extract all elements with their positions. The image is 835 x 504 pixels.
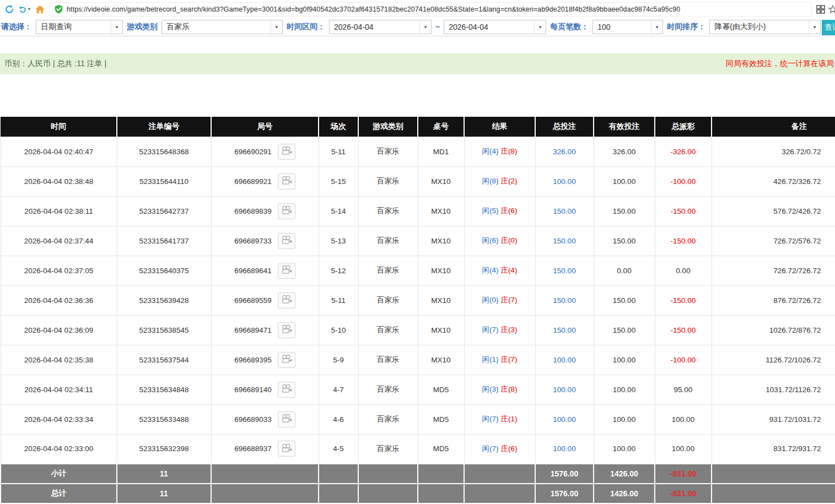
game-category-select[interactable]: 百家乐▼ (161, 20, 283, 34)
cell-payout: -326.00 (655, 137, 712, 166)
cell-total-bet: 100.00 (535, 375, 594, 404)
cell-valid-bet: 100.00 (594, 345, 655, 375)
summary-info-bar: 币别：人民币 | 总共 :11 注单 | 同局有效投注，统一计算在该局 (0, 53, 835, 74)
cell-session: 4-5 (319, 434, 358, 464)
cell-session: 4-6 (319, 404, 358, 434)
subtotal-label: 小计 (1, 464, 117, 484)
cell-valid-bet: 150.00 (594, 226, 655, 256)
page-size-select[interactable]: 100▼ (592, 20, 663, 34)
col-header-total-bet: 总投注 (535, 117, 594, 137)
cell-remark: 831.72/931.72 (712, 434, 835, 464)
cell-result: 闲(0) 庄(7) (464, 285, 535, 315)
cell-bet-id: 523315637544 (117, 345, 211, 375)
subtotal-count: 11 (117, 464, 211, 484)
cell-round: 696689921 (211, 166, 319, 196)
cell-time: 2026-04-04 02:34:11 (1, 375, 117, 404)
date-from-select[interactable]: 2026-04-04▼ (329, 20, 432, 34)
date-to-select[interactable]: 2026-04-04▼ (444, 20, 546, 34)
filter-toolbar: 请选择： 日期查询▼ 游戏类别 百家乐▼ 时间区间： 2026-04-04▼ ~… (0, 18, 835, 36)
refresh-icon[interactable] (4, 4, 14, 14)
cell-bet-id: 523315639428 (117, 285, 211, 315)
chevron-down-icon[interactable]: ▼ (271, 20, 282, 34)
cell-table: MX10 (418, 166, 464, 196)
table-row: 2026-04-04 02:33:34523315633488696689033… (1, 404, 835, 434)
cell-payout: -150.00 (655, 226, 712, 256)
cell-table: MX10 (418, 196, 464, 226)
video-replay-button[interactable] (278, 441, 295, 457)
chevron-down-icon[interactable]: ▼ (419, 20, 431, 34)
cell-total-bet: 100.00 (535, 404, 594, 434)
cell-result: 闲(7) 庄(1) (464, 404, 535, 434)
time-sort-select[interactable]: 降幂(由大到小)▼ (709, 20, 821, 34)
cell-time: 2026-04-04 02:38:11 (1, 196, 117, 226)
cell-session: 5-14 (319, 196, 358, 226)
cell-remark: 1026.72/876.72 (712, 315, 835, 345)
cell-game: 百家乐 (358, 256, 418, 285)
cell-result: 闲(8) 庄(2) (464, 166, 535, 196)
cell-remark: 326.72/0.72 (712, 137, 835, 166)
video-replay-button[interactable] (278, 292, 295, 308)
video-replay-button[interactable] (278, 233, 295, 249)
film-camera-icon (281, 414, 292, 425)
cell-result: 闲(1) 庄(7) (464, 345, 535, 375)
chevron-down-icon[interactable]: ▼ (809, 20, 820, 34)
table-row: 2026-04-04 02:37:05523315640375696689641… (1, 256, 835, 285)
cell-remark: 931.72/1031.72 (712, 404, 835, 434)
cell-total-bet: 150.00 (535, 285, 594, 315)
grand-total-valid-bet: 1426.00 (594, 484, 655, 503)
url-text[interactable]: https://videoie.com/game/betrecord_searc… (67, 6, 680, 13)
cell-table: MX10 (418, 256, 464, 285)
cell-table: MD5 (418, 404, 464, 434)
video-replay-button[interactable] (278, 263, 295, 279)
valid-bet-notice: 同局有效投注，统一计算在该局 (726, 59, 834, 69)
chevron-down-icon[interactable]: ▼ (651, 20, 662, 34)
cell-remark: 576.72/426.72 (712, 196, 835, 226)
chevron-down-icon[interactable]: ▼ (534, 20, 546, 34)
cell-time: 2026-04-04 02:37:05 (1, 256, 117, 285)
cell-payout: -150.00 (655, 196, 712, 226)
video-replay-button[interactable] (278, 411, 295, 427)
cell-round: 696689395 (211, 345, 319, 375)
chevron-down-icon[interactable]: ▼ (111, 20, 122, 34)
extensions-grid-icon[interactable] (816, 5, 825, 14)
cell-total-bet: 100.00 (535, 166, 594, 196)
cell-result: 闲(7) 庄(3) (464, 315, 535, 345)
undo-icon[interactable]: ▾ (19, 5, 30, 13)
cell-valid-bet: 0.00 (594, 256, 655, 285)
cell-total-bet: 100.00 (535, 434, 594, 464)
cell-result: 闲(5) 庄(6) (464, 196, 535, 226)
bookmark-star-icon[interactable] (828, 5, 835, 14)
address-bar[interactable]: https://videoie.com/game/betrecord_searc… (50, 2, 812, 17)
video-replay-button[interactable] (278, 174, 295, 189)
cell-table: MD5 (418, 375, 464, 404)
film-camera-icon (281, 176, 292, 187)
cell-table: MX10 (418, 315, 464, 345)
cell-round: 696688937 (211, 434, 319, 464)
cell-valid-bet: 100.00 (594, 166, 655, 196)
query-type-label: 请选择： (1, 22, 32, 32)
home-icon[interactable] (35, 4, 45, 14)
video-replay-button[interactable] (278, 322, 295, 338)
grand-total-count: 11 (117, 484, 211, 503)
table-body: 2026-04-04 02:40:47523315648368696690291… (1, 137, 835, 464)
browser-toolbar: ▾ https://videoie.com/game/betrecord_sea… (0, 0, 835, 18)
film-camera-icon (281, 384, 292, 395)
video-replay-button[interactable] (278, 203, 295, 219)
film-camera-icon (281, 265, 292, 276)
table-row: 2026-04-04 02:38:48523315644110696689921… (1, 166, 835, 196)
cell-session: 4-7 (319, 375, 358, 404)
video-replay-button[interactable] (278, 382, 295, 398)
cell-valid-bet: 150.00 (594, 196, 655, 226)
cell-payout: -150.00 (655, 285, 712, 315)
search-button[interactable]: 查询 (822, 20, 835, 35)
undo-dropdown-caret-icon[interactable]: ▾ (28, 7, 30, 12)
cell-bet-id: 523315634848 (117, 375, 211, 404)
video-replay-button[interactable] (278, 144, 295, 160)
cell-total-bet: 150.00 (535, 226, 594, 256)
cell-game: 百家乐 (358, 375, 418, 404)
cell-bet-id: 523315633488 (117, 404, 211, 434)
table-row: 2026-04-04 02:38:11523315642737696689839… (1, 196, 835, 226)
video-replay-button[interactable] (278, 352, 295, 368)
query-type-select[interactable]: 日期查询▼ (36, 20, 123, 34)
table-row: 2026-04-04 02:36:09523315638545696689471… (1, 315, 835, 345)
